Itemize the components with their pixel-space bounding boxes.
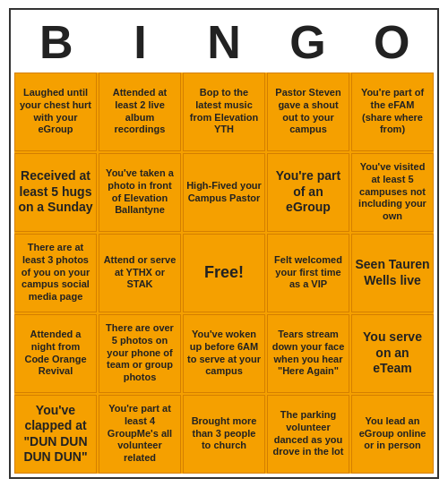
bingo-cell-r2c3[interactable]: High-Fived your Campus Pastor: [183, 153, 265, 232]
letter-b: B: [14, 13, 99, 72]
letter-g: G: [266, 13, 350, 72]
letter-n: N: [182, 13, 266, 72]
bingo-cell-r3c1[interactable]: There are at least 3 photos of you on yo…: [14, 234, 97, 312]
bingo-cell-r3c4[interactable]: Felt welcomed your first time as a VIP: [267, 234, 349, 312]
bingo-grid: Laughed until your chest hurt with your …: [14, 73, 434, 474]
bingo-cell-r4c5[interactable]: You serve on an eTeam: [351, 314, 434, 393]
bingo-cell-r5c1[interactable]: You've clapped at "DUN DUN DUN DUN": [14, 395, 97, 474]
bingo-cell-r5c5[interactable]: You lead an eGroup online or in person: [351, 395, 434, 474]
bingo-cell-r4c1[interactable]: Attended a night from Code Orange Reviva…: [14, 314, 97, 393]
bingo-cell-r3c3[interactable]: Free!: [183, 234, 265, 312]
letter-i: I: [99, 13, 183, 72]
bingo-cell-r5c2[interactable]: You're part at least 4 GroupMe's all vol…: [99, 395, 181, 474]
bingo-cell-r1c4[interactable]: Pastor Steven gave a shout out to your c…: [267, 73, 349, 151]
bingo-cell-r2c1[interactable]: Received at least 5 hugs on a Sunday: [14, 153, 97, 232]
bingo-cell-r2c4[interactable]: You're part of an eGroup: [267, 153, 349, 232]
bingo-cell-r2c2[interactable]: You've taken a photo in front of Elevati…: [99, 153, 181, 232]
bingo-cell-r4c2[interactable]: There are over 5 photos on your phone of…: [99, 314, 181, 393]
bingo-cell-r1c1[interactable]: Laughed until your chest hurt with your …: [14, 73, 97, 151]
bingo-cell-r1c2[interactable]: Attended at least 2 live album recording…: [99, 73, 181, 151]
bingo-cell-r4c3[interactable]: You've woken up before 6AM to serve at y…: [183, 314, 265, 393]
bingo-header: B I N G O: [14, 13, 434, 72]
bingo-card: B I N G O Laughed until your chest hurt …: [9, 8, 439, 478]
bingo-cell-r3c2[interactable]: Attend or serve at YTHX or STAK: [99, 234, 181, 312]
bingo-cell-r2c5[interactable]: You've visited at least 5 campuses not i…: [351, 153, 434, 232]
letter-o: O: [349, 13, 434, 72]
bingo-cell-r1c3[interactable]: Bop to the latest music from Elevation Y…: [183, 73, 265, 151]
bingo-cell-r4c4[interactable]: Tears stream down your face when you hea…: [267, 314, 349, 393]
bingo-cell-r1c5[interactable]: You're part of the eFAM (share where fro…: [351, 73, 434, 151]
bingo-cell-r5c3[interactable]: Brought more than 3 people to church: [183, 395, 265, 474]
bingo-cell-r5c4[interactable]: The parking volunteer danced as you drov…: [267, 395, 349, 474]
bingo-cell-r3c5[interactable]: Seen Tauren Wells live: [351, 234, 434, 312]
